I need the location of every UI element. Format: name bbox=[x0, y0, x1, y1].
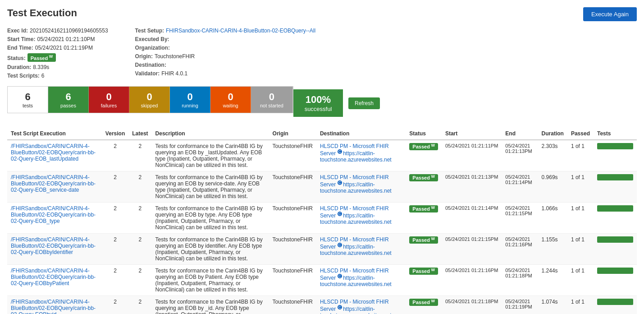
start-time-label: Start Time: bbox=[7, 36, 35, 42]
progress-bar bbox=[597, 174, 633, 180]
status-cell: Passed bbox=[406, 296, 442, 314]
end-cell: 05/24/2021 01:21:19PM bbox=[502, 296, 538, 314]
tests-cell bbox=[594, 140, 637, 171]
summary-waiting: 0 waiting bbox=[210, 87, 251, 113]
origin-cell: TouchstoneFHIR bbox=[269, 233, 316, 264]
end-cell: 05/24/2021 01:21:14PM bbox=[502, 171, 538, 202]
passed-cell: 1 of 1 bbox=[567, 264, 594, 296]
status-badge: Passed bbox=[27, 53, 56, 62]
passed-cell: 1 of 1 bbox=[567, 202, 594, 233]
version-cell: 2 bbox=[102, 264, 128, 296]
destination-cell: HLSCD PM - Microsoft FHIR Server Chttps:… bbox=[316, 233, 406, 264]
start-cell: 05/24/2021 01:21:16PM bbox=[442, 264, 502, 296]
passed-cell: 1 of 1 bbox=[567, 140, 594, 171]
col-duration: Duration bbox=[538, 128, 567, 140]
validator-value: FHIR 4.0.1 bbox=[161, 70, 187, 77]
version-cell: 2 bbox=[102, 202, 128, 233]
summary-running: 0 running bbox=[170, 87, 210, 113]
start-time-value: 05/24/2021 01:21:10PM bbox=[37, 36, 95, 42]
destination-cell: HLSCD PM - Microsoft FHIR Server Chttps:… bbox=[316, 140, 406, 171]
status-label: Status: bbox=[7, 55, 26, 61]
status-cell: Passed bbox=[406, 202, 442, 233]
status-cell: Passed bbox=[406, 171, 442, 202]
summary-skipped: 0 skipped bbox=[129, 87, 170, 113]
exec-id-value: 20210524162110969194605553 bbox=[30, 28, 108, 34]
table-row: /FHIRSandbox/CARIN/CARIN-4-BlueButton/02… bbox=[7, 233, 637, 264]
description-cell: Tests for conformance to the Carin4BB IG… bbox=[152, 140, 269, 171]
description-cell: Tests for conformance to the Carin4BB IG… bbox=[152, 233, 269, 264]
page-title: Test Execution bbox=[7, 7, 77, 19]
table-header: Test Script Execution Version Latest Des… bbox=[7, 128, 637, 140]
origin-cell: TouchstoneFHIR bbox=[269, 264, 316, 296]
description-cell: Tests for conformance to the Carin4BB IG… bbox=[152, 264, 269, 296]
test-scripts-label: Test Scripts: bbox=[7, 73, 40, 79]
status-badge: Passed bbox=[409, 236, 438, 244]
table-row: /FHIRSandbox/CARIN/CARIN-4-BlueButton/02… bbox=[7, 202, 637, 233]
duration-cell: 2.303s bbox=[538, 140, 567, 171]
exec-id-label: Exec Id: bbox=[7, 28, 28, 34]
col-script: Test Script Execution bbox=[7, 128, 102, 140]
origin-cell: TouchstoneFHIR bbox=[269, 296, 316, 314]
summary-tests: 6 tests bbox=[8, 87, 48, 113]
status-badge: Passed bbox=[409, 205, 438, 212]
col-description: Description bbox=[152, 128, 269, 140]
script-link[interactable]: /FHIRSandbox/CARIN/CARIN-4-BlueButton/02… bbox=[11, 174, 98, 193]
table-row: /FHIRSandbox/CARIN/CARIN-4-BlueButton/02… bbox=[7, 264, 637, 296]
table-row: /FHIRSandbox/CARIN/CARIN-4-BlueButton/02… bbox=[7, 140, 637, 171]
end-time-value: 05/24/2021 01:21:19PM bbox=[35, 45, 93, 51]
tests-cell bbox=[594, 296, 637, 314]
end-cell: 05/24/2021 01:21:15PM bbox=[502, 202, 538, 233]
col-end: End bbox=[502, 128, 538, 140]
version-cell: 2 bbox=[102, 140, 128, 171]
col-origin: Origin bbox=[269, 128, 316, 140]
col-version: Version bbox=[102, 128, 128, 140]
duration-cell: 1.074s bbox=[538, 296, 567, 314]
latest-cell: 2 bbox=[128, 140, 151, 171]
execute-again-button[interactable]: Execute Again bbox=[583, 7, 637, 21]
refresh-button[interactable]: Refresh bbox=[348, 97, 380, 109]
origin-cell: TouchstoneFHIR bbox=[269, 171, 316, 202]
status-badge: Passed bbox=[409, 174, 438, 181]
table-row: /FHIRSandbox/CARIN/CARIN-4-BlueButton/02… bbox=[7, 171, 637, 202]
col-start: Start bbox=[442, 128, 502, 140]
table-row: /FHIRSandbox/CARIN/CARIN-4-BlueButton/02… bbox=[7, 296, 637, 314]
destination-cell: HLSCD PM - Microsoft FHIR Server Chttps:… bbox=[316, 296, 406, 314]
latest-cell: 2 bbox=[128, 171, 151, 202]
passed-cell: 1 of 1 bbox=[567, 171, 594, 202]
duration-value: 8.339s bbox=[33, 64, 49, 70]
status-badge: Passed bbox=[409, 299, 438, 306]
duration-cell: 1.155s bbox=[538, 233, 567, 264]
progress-bar bbox=[597, 299, 633, 305]
progress-bar bbox=[597, 236, 633, 243]
tests-cell bbox=[594, 202, 637, 233]
summary-bar: 6 tests 6 passes 0 failures 0 skipped 0 … bbox=[7, 86, 293, 113]
script-link[interactable]: /FHIRSandbox/CARIN/CARIN-4-BlueButton/02… bbox=[11, 236, 98, 255]
status-cell: Passed bbox=[406, 140, 442, 171]
start-cell: 05/24/2021 01:21:18PM bbox=[442, 296, 502, 314]
script-link[interactable]: /FHIRSandbox/CARIN/CARIN-4-BlueButton/02… bbox=[11, 299, 98, 314]
script-link[interactable]: /FHIRSandbox/CARIN/CARIN-4-BlueButton/02… bbox=[11, 205, 98, 224]
progress-bar bbox=[597, 143, 633, 149]
latest-cell: 2 bbox=[128, 233, 151, 264]
start-cell: 05/24/2021 01:21:13PM bbox=[442, 171, 502, 202]
version-cell: 2 bbox=[102, 171, 128, 202]
duration-cell: 0.969s bbox=[538, 171, 567, 202]
duration-cell: 1.244s bbox=[538, 264, 567, 296]
tests-cell bbox=[594, 171, 637, 202]
description-cell: Tests for conformance to the Carin4BB IG… bbox=[152, 296, 269, 314]
description-cell: Tests for conformance to the Carin4BB IG… bbox=[152, 202, 269, 233]
organization-label: Organization: bbox=[135, 45, 170, 51]
latest-cell: 2 bbox=[128, 264, 151, 296]
test-scripts-value: 6 bbox=[41, 73, 45, 79]
version-cell: 2 bbox=[102, 233, 128, 264]
summary-failures: 0 failures bbox=[89, 87, 129, 113]
test-setup-link[interactable]: FHIRSandbox-CARIN-CARIN-4-BlueButton-02-… bbox=[166, 28, 315, 34]
latest-cell: 2 bbox=[128, 202, 151, 233]
start-cell: 05/24/2021 01:21:14PM bbox=[442, 202, 502, 233]
test-setup-label: Test Setup: bbox=[135, 28, 164, 34]
origin-cell: TouchstoneFHIR bbox=[269, 140, 316, 171]
script-link[interactable]: /FHIRSandbox/CARIN/CARIN-4-BlueButton/02… bbox=[11, 143, 98, 162]
end-cell: 05/24/2021 01:21:13PM bbox=[502, 140, 538, 171]
summary-pct: 100% successful bbox=[293, 89, 343, 117]
script-link[interactable]: /FHIRSandbox/CARIN/CARIN-4-BlueButton/02… bbox=[11, 268, 98, 286]
